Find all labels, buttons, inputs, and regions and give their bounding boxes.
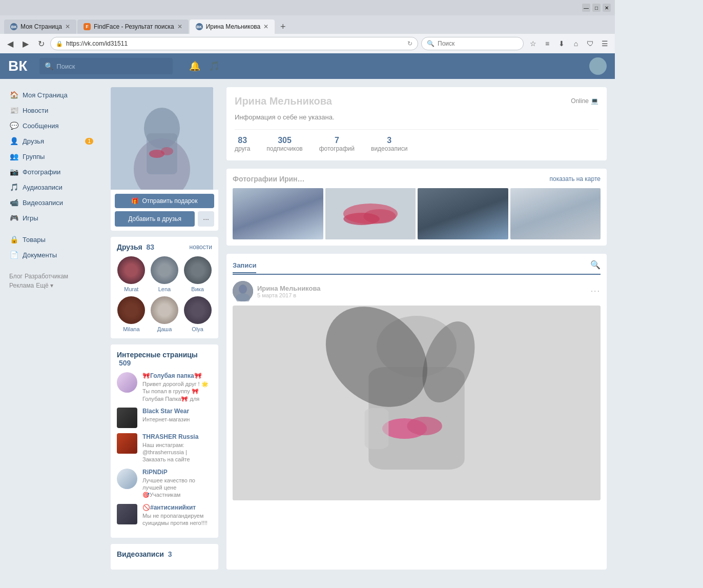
- refresh-icon[interactable]: ↻: [407, 40, 412, 47]
- send-gift-button[interactable]: 🎁 Отправить подарок: [115, 194, 214, 208]
- post-menu-button[interactable]: ···: [591, 287, 601, 296]
- more-actions-button[interactable]: ···: [198, 211, 214, 227]
- bookmark-icon[interactable]: ☆: [527, 37, 539, 50]
- photos-map-link[interactable]: показать на карте: [550, 175, 601, 183]
- post-avatar: [233, 281, 253, 301]
- friend-item-milana[interactable]: Milana: [117, 296, 146, 332]
- sidebar-item-photos[interactable]: 📷 Фотографии: [4, 164, 98, 179]
- post-author-name[interactable]: Ирина Мельникова: [257, 285, 320, 292]
- profile-name-row: Ирина Мельникова Online 💻: [235, 95, 598, 109]
- footer-ads[interactable]: Реклама: [9, 282, 34, 289]
- wall-search-icon[interactable]: 🔍: [590, 260, 601, 270]
- download-icon[interactable]: ⬇: [555, 37, 568, 50]
- sidebar-item-news[interactable]: 📰 Новости: [4, 103, 98, 118]
- interesting-item-antiblue[interactable]: 🚫#антисинийкит Мы не пропагандируем суиц…: [117, 504, 212, 527]
- header-avatar[interactable]: [589, 57, 607, 75]
- reader-icon[interactable]: ≡: [541, 37, 553, 50]
- tab-news[interactable]: ВК Моя Страница ✕: [4, 19, 76, 34]
- tab-findface-close[interactable]: ✕: [177, 23, 182, 30]
- interesting-item-ripndip[interactable]: RiPNDiP Лучшее качество по лучшей цене🎯У…: [117, 469, 212, 499]
- sidebar-label-news: Новости: [23, 107, 48, 114]
- add-friend-button[interactable]: Добавить в друзья: [115, 211, 195, 227]
- interesting-item-thrasher[interactable]: THRASHER Russia Наш инстаграм:@thrasherr…: [117, 433, 212, 463]
- address-bar-row: ◀ ▶ ↻ 🔒 https://vk.com/id31511 ↻ 🔍 ☆ ≡ ⬇…: [0, 34, 615, 53]
- browser-search-icon: 🔍: [427, 40, 435, 47]
- friends-news-link[interactable]: новости: [190, 244, 212, 251]
- wall-post: Ирина Мельникова 5 марта 2017 в ···: [233, 281, 601, 500]
- footer-dev[interactable]: Разработчикам: [25, 273, 68, 280]
- sidebar-item-my-page[interactable]: 🏠 Моя Страница: [4, 87, 98, 103]
- back-button[interactable]: ◀: [4, 37, 16, 50]
- interesting-avatar-blackstar: [117, 408, 137, 428]
- footer-more[interactable]: Ещё ▾: [36, 282, 53, 289]
- photo-thumb-4[interactable]: [510, 188, 601, 239]
- sidebar-item-friends[interactable]: 👤 Друзья 1: [4, 133, 98, 149]
- photo-thumb-2[interactable]: [325, 188, 416, 239]
- interesting-item-bluepaper[interactable]: 🎀Голубая папка🎀 Привет дорогой друг ! 🌟Т…: [117, 372, 212, 402]
- friend-item-lena[interactable]: Lena: [150, 256, 179, 292]
- sidebar-item-games[interactable]: 🎮 Игры: [4, 210, 98, 226]
- browser-search-box[interactable]: 🔍: [421, 37, 524, 50]
- sidebar-item-docs[interactable]: 📄 Документы: [4, 247, 98, 262]
- sidebar-item-audio[interactable]: 🎵 Аудиозаписи: [4, 179, 98, 195]
- friends-title: Друзья 83: [117, 243, 154, 251]
- forward-button[interactable]: ▶: [19, 37, 32, 50]
- minimize-button[interactable]: —: [582, 4, 590, 12]
- interesting-name-blackstar[interactable]: Black Star Wear: [142, 408, 212, 415]
- interesting-name-ripndip[interactable]: RiPNDiP: [142, 469, 212, 476]
- window-controls[interactable]: — □ ✕: [582, 4, 611, 12]
- interesting-count: 509: [119, 359, 131, 367]
- interesting-item-blackstar[interactable]: Black Star Wear Интернет-магазин: [117, 408, 212, 428]
- vk-search-box[interactable]: 🔍: [39, 58, 173, 74]
- stat-photos[interactable]: 7 фотографий: [319, 136, 355, 152]
- friends-block-header: Друзья 83 новости: [117, 243, 212, 251]
- stat-friends[interactable]: 83 друга: [235, 136, 250, 152]
- sidebar-label-docs: Документы: [23, 251, 57, 259]
- tab-profile[interactable]: ВК Ирина Мельникова ✕: [190, 19, 275, 34]
- stat-subscribers[interactable]: 305 подписчиков: [266, 136, 302, 152]
- audio-icon[interactable]: 🎵: [209, 60, 220, 72]
- new-tab-button[interactable]: +: [276, 19, 290, 34]
- profile-name: Ирина Мельникова: [235, 95, 332, 107]
- interesting-name-antiblue[interactable]: 🚫#антисинийкит: [142, 504, 212, 511]
- browser-search-input[interactable]: [438, 40, 518, 47]
- photo-thumb-3[interactable]: [418, 188, 508, 239]
- sidebar-item-groups[interactable]: 👥 Группы: [4, 149, 98, 164]
- home-icon[interactable]: ⌂: [570, 37, 582, 50]
- friend-item-vika[interactable]: Вика: [183, 256, 212, 292]
- tab-news-icon: ВК: [10, 23, 17, 30]
- address-bar[interactable]: 🔒 https://vk.com/id31511 ↻: [50, 37, 418, 50]
- photo-thumb-1[interactable]: [233, 188, 323, 239]
- notifications-icon[interactable]: 🔔: [189, 60, 200, 72]
- shield-icon[interactable]: 🛡: [584, 37, 596, 50]
- interesting-name-bluepaper[interactable]: 🎀Голубая папка🎀: [142, 372, 212, 379]
- footer-blog[interactable]: Блог: [9, 273, 23, 280]
- stat-video[interactable]: 3 видеозаписи: [371, 136, 407, 152]
- friend-name-murat: Murat: [124, 286, 138, 292]
- friend-item-dasha[interactable]: Даша: [150, 296, 179, 332]
- vk-logo[interactable]: ВК: [8, 58, 27, 74]
- friend-item-olya[interactable]: Olya: [183, 296, 212, 332]
- vk-sidebar: 🏠 Моя Страница 📰 Новости 💬 Сообщения 👤 Д…: [0, 79, 102, 578]
- wall-tab-posts[interactable]: Записи: [233, 261, 256, 273]
- profile-photo[interactable]: [111, 87, 213, 190]
- close-button[interactable]: ✕: [603, 4, 611, 12]
- interesting-name-thrasher[interactable]: THRASHER Russia: [142, 433, 212, 440]
- photos-header: Фотографии Ирин… показать на карте: [233, 175, 601, 183]
- menu-icon[interactable]: ☰: [598, 37, 611, 50]
- sidebar-item-goods[interactable]: 🔒 Товары: [4, 232, 98, 247]
- friend-item-murat[interactable]: Murat: [117, 256, 146, 292]
- tab-news-close[interactable]: ✕: [65, 23, 70, 30]
- vk-search-input[interactable]: [56, 63, 168, 70]
- video-icon: 📹: [9, 198, 18, 207]
- tab-profile-close[interactable]: ✕: [263, 23, 268, 30]
- maximize-button[interactable]: □: [592, 4, 601, 12]
- sidebar-item-video[interactable]: 📹 Видеозаписи: [4, 195, 98, 210]
- interesting-avatar-ripndip: [117, 469, 137, 489]
- sidebar-item-messages[interactable]: 💬 Сообщения: [4, 118, 98, 133]
- reload-button[interactable]: ↻: [35, 37, 47, 50]
- sidebar-footer: Блог Разработчикам Реклама Ещё ▾: [4, 269, 98, 293]
- gift-icon: 🎁: [131, 197, 139, 205]
- tab-findface[interactable]: F FindFace - Результат поиска ✕: [77, 19, 189, 34]
- post-image[interactable]: [233, 306, 601, 500]
